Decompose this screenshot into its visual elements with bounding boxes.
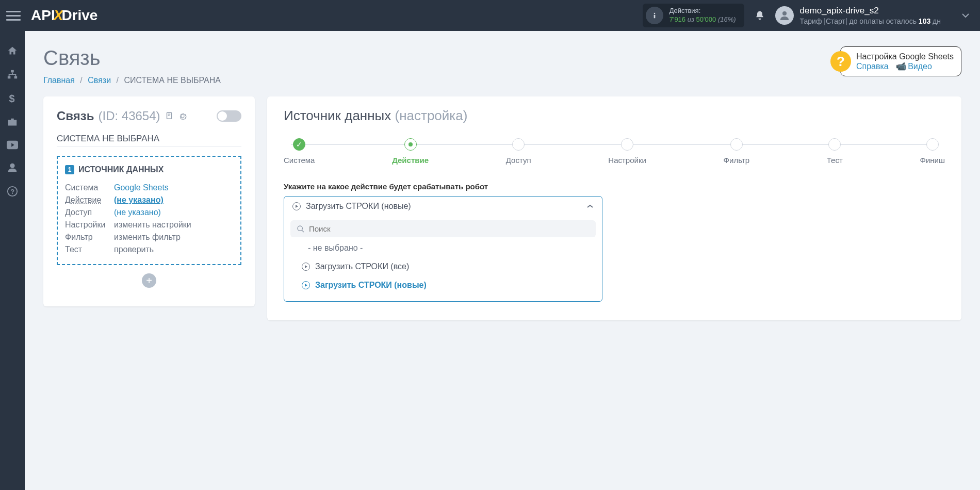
chevron-up-icon [586,204,594,208]
breadcrumb-home[interactable]: Главная [43,76,75,85]
dropdown-option[interactable]: Загрузить СТРОКИ (новые) [290,277,596,293]
user-plan: Тариф |Старт| до оплаты осталось 103 дн [800,17,941,26]
help-icon[interactable]: ? [7,186,18,197]
help-link-reference[interactable]: Справка [856,62,889,71]
user-name: demo_apix-drive_s2 [800,5,941,17]
actions-value: 7'916 из 50'000 (16%) [669,15,736,24]
search-input[interactable] [309,224,590,233]
svg-text:$: $ [9,93,14,104]
svg-point-2 [782,11,787,15]
step[interactable]: Фильтр [724,138,749,165]
avatar-icon [775,6,794,25]
help-circle-icon: ? [830,51,851,72]
svg-point-8 [10,164,14,168]
sitemap-icon[interactable] [7,69,18,80]
prop-label: Система [65,183,114,192]
breadcrumb-links[interactable]: Связи [88,76,111,85]
step[interactable]: Тест [827,138,843,165]
hamburger-menu[interactable] [6,11,21,21]
user-menu[interactable]: demo_apix-drive_s2 Тариф |Старт| до опла… [775,5,941,26]
prop-row: Фильтризменить фильтр [65,231,233,243]
prop-label: Тест [65,245,114,254]
step-label: Доступ [506,156,531,165]
step-label: Настройки [608,156,646,165]
step-circle [730,138,743,151]
gear-icon[interactable] [178,111,187,121]
configuration-title: Источник данных (настройка) [284,108,945,124]
connection-id: (ID: 43654) [98,109,160,123]
actions-counter[interactable]: Действия: 7'916 из 50'000 (16%) [643,4,744,27]
logo-part-api: API [31,7,55,23]
help-link-video[interactable]: 📹Видео [896,62,932,71]
step-circle [926,138,939,151]
step-circle [512,138,525,151]
svg-text:?: ? [10,188,14,195]
dollar-icon[interactable]: $ [9,93,16,104]
step-circle: ✓ [293,138,305,151]
step-label: Действие [392,156,429,165]
dropdown-option-none[interactable]: - не выбрано - [290,240,596,256]
play-icon [302,281,310,289]
connection-subtitle: СИСТЕМА НЕ ВЫБРАНА [57,134,241,146]
prop-value: проверить [114,245,154,254]
svg-point-0 [654,13,655,14]
actions-label: Действия: [669,7,736,15]
breadcrumb: Главная / Связи / СИСТЕМА НЕ ВЫБРАНА [43,76,221,85]
step-label: Система [284,156,315,165]
video-icon: 📹 [896,62,906,71]
prop-value: изменить фильтр [114,233,181,242]
briefcase-icon[interactable] [7,117,18,128]
step[interactable]: Доступ [506,138,531,165]
prop-value[interactable]: (не указано) [114,208,161,217]
home-icon[interactable] [7,45,18,57]
step-label: Финиш [920,156,944,165]
prop-value[interactable]: Google Sheets [114,183,169,192]
step-circle [828,138,841,151]
connection-card: Связь (ID: 43654) СИСТЕМА НЕ ВЫБРАНА 1 И… [43,96,255,306]
dropdown-search[interactable] [290,220,596,237]
prop-value[interactable]: (не указано) [114,195,164,205]
dropdown-option-text: Загрузить СТРОКИ (все) [315,262,409,271]
connection-title: Связь [57,109,94,123]
prop-label: Действие [65,195,114,205]
step-label: Тест [827,156,843,165]
prop-value: изменить настройки [114,220,191,230]
step[interactable]: Настройки [608,138,646,165]
chevron-down-icon[interactable] [941,13,970,18]
step[interactable]: Финиш [920,138,944,165]
prop-row: СистемаGoogle Sheets [65,182,233,194]
page-title: Связь [43,46,221,70]
top-nav: APIXDrive Действия: 7'916 из 50'000 (16%… [0,0,980,31]
help-box: ? Настройка Google Sheets Справка 📹Видео [840,46,961,76]
add-button[interactable]: + [142,273,156,288]
action-dropdown: Загрузить СТРОКИ (новые) - не выбрано - … [284,196,602,302]
prop-row: Доступ(не указано) [65,206,233,219]
dropdown-option-text: Загрузить СТРОКИ (новые) [315,281,427,290]
breadcrumb-current: СИСТЕМА НЕ ВЫБРАНА [124,76,220,85]
search-icon [297,225,305,233]
step-circle [621,138,633,151]
copy-icon[interactable] [165,111,174,121]
action-label: Укажите на какое действие будет срабатыв… [284,182,945,191]
play-icon [292,202,301,210]
prop-label: Фильтр [65,233,114,242]
dropdown-selected[interactable]: Загрузить СТРОКИ (новые) [284,197,602,216]
svg-rect-1 [654,15,655,19]
play-icon [302,263,310,271]
configuration-card: Источник данных (настройка) ✓СистемаДейс… [267,96,961,320]
bell-icon[interactable] [755,10,765,21]
step[interactable]: ✓Система [284,138,315,165]
youtube-icon[interactable] [7,140,18,150]
prop-row: Тестпроверить [65,243,233,256]
dropdown-selected-text: Загрузить СТРОКИ (новые) [306,202,411,211]
prop-row: Действие(не указано) [65,194,233,206]
svg-rect-3 [11,70,14,73]
svg-point-12 [298,226,302,231]
logo[interactable]: APIXDrive [31,7,97,24]
dropdown-option[interactable]: Загрузить СТРОКИ (все) [290,259,596,274]
step[interactable]: Действие [392,138,429,165]
prop-label: Доступ [65,208,114,217]
user-icon[interactable] [7,162,18,173]
prop-label: Настройки [65,220,114,230]
enable-toggle[interactable] [217,110,241,122]
